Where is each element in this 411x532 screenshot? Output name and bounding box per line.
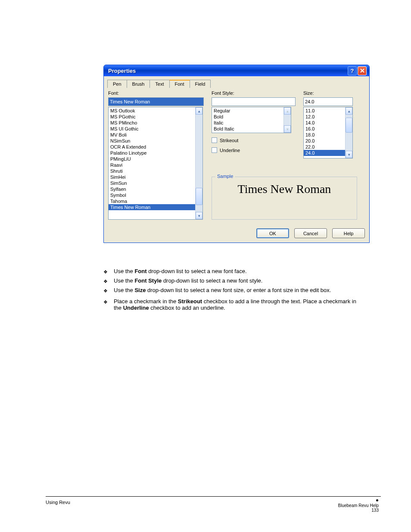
list-item: ❖Use the Size drop-down list to select a… [103, 287, 362, 294]
list-item[interactable]: 12.0 [304, 114, 345, 120]
font-listbox[interactable]: MS Outlook MS PGothic MS PMincho MS UI G… [109, 107, 195, 219]
tab-row: Pen Brush Text Font Field [107, 80, 365, 88]
list-item[interactable]: 18.0 [304, 132, 345, 138]
font-label: Font: [108, 90, 204, 96]
list-item[interactable]: Palatino Linotype [109, 150, 195, 156]
strikeout-checkbox[interactable]: Strikeout [212, 137, 296, 143]
scrollbar[interactable]: ▴ ▾ [345, 107, 352, 158]
chevron-up-icon[interactable]: ▴ [196, 107, 202, 115]
list-item[interactable]: Regular [212, 108, 283, 114]
list-item: ❖Use the Font drop-down list to select a… [103, 268, 362, 275]
bullet-icon: ❖ [103, 279, 108, 284]
tab-font[interactable]: Font [169, 80, 190, 88]
list-item[interactable]: MS UI Gothic [109, 126, 195, 132]
bullet-icon: ❖ [103, 299, 108, 305]
list-item[interactable]: SimSun [109, 180, 195, 186]
footer-left: Using Revu [46, 500, 70, 505]
list-item[interactable]: 24.0 [304, 150, 345, 156]
tab-text[interactable]: Text [149, 80, 169, 88]
size-input[interactable] [303, 97, 353, 106]
list-item: ❖Place a checkmark in the Strikeout chec… [103, 298, 362, 311]
list-item[interactable]: MV Boli [109, 132, 195, 138]
underline-checkbox[interactable]: Underline [212, 147, 296, 153]
list-item[interactable]: SimHei [109, 174, 195, 180]
font-input[interactable] [108, 97, 204, 106]
list-item[interactable]: MS PMincho [109, 120, 195, 126]
footer-right: Bluebeam Revu Help 133 [338, 503, 379, 513]
footer-line2: 133 [338, 508, 379, 513]
scrollbar[interactable]: ▴ ▾ [283, 107, 291, 133]
list-item[interactable]: 16.0 [304, 126, 345, 132]
list-item[interactable]: Shruti [109, 168, 195, 174]
list-item[interactable]: Times New Roman [109, 204, 195, 210]
bullet-icon: ❖ [103, 288, 108, 294]
help-button[interactable]: Help [332, 228, 365, 238]
help-icon[interactable]: ? [348, 66, 357, 75]
list-item[interactable]: Bold Italic [212, 126, 283, 132]
bullet-text: Use the Size drop-down list to select a … [114, 287, 331, 293]
footer-rule [46, 496, 381, 497]
size-label: Size: [303, 90, 354, 96]
list-item[interactable]: Raavi [109, 162, 195, 168]
list-item[interactable]: 14.0 [304, 120, 345, 126]
list-item[interactable]: Italic [212, 120, 283, 126]
footer-line1: Bluebeam Revu Help [338, 503, 379, 508]
bullet-text: Place a checkmark in the Strikeout check… [114, 298, 362, 311]
font-style-label: Font Style: [212, 90, 296, 96]
bullet-text: Use the Font drop-down list to select a … [114, 268, 247, 274]
bullet-icon: ❖ [103, 269, 108, 275]
footer-dot-icon [376, 499, 378, 501]
bullet-text: Use the Font Style drop-down list to sel… [114, 277, 262, 284]
bullet-list: ❖Use the Font drop-down list to select a… [103, 268, 362, 314]
list-item[interactable]: MS PGothic [109, 114, 195, 120]
list-item[interactable]: Sylfaen [109, 186, 195, 192]
list-item[interactable]: PMingLiU [109, 156, 195, 162]
sample-text: Times New Roman [216, 182, 352, 196]
list-item[interactable]: Symbol [109, 192, 195, 198]
underline-label: Underline [220, 148, 240, 153]
ok-button[interactable]: OK [256, 228, 289, 238]
dialog-title: Properties [108, 68, 136, 74]
chevron-down-icon[interactable]: ▾ [346, 151, 352, 158]
list-item[interactable]: NSimSun [109, 138, 195, 144]
chevron-up-icon[interactable]: ▴ [346, 107, 352, 115]
list-item[interactable]: 11.0 [304, 108, 345, 114]
chevron-up-icon[interactable]: ▴ [284, 107, 291, 115]
list-item[interactable]: 20.0 [304, 138, 345, 144]
chevron-down-icon[interactable]: ▾ [284, 125, 291, 133]
close-icon[interactable] [358, 66, 367, 75]
strikeout-label: Strikeout [220, 138, 238, 143]
chevron-down-icon[interactable]: ▾ [196, 212, 202, 219]
tab-brush[interactable]: Brush [127, 80, 150, 88]
list-item[interactable]: MS Outlook [109, 108, 195, 114]
tab-pen[interactable]: Pen [107, 80, 127, 88]
list-item[interactable]: Bold [212, 114, 283, 120]
size-listbox[interactable]: 11.0 12.0 14.0 16.0 18.0 20.0 22.0 24.0 [304, 107, 345, 158]
list-item[interactable]: OCR A Extended [109, 144, 195, 150]
list-item: ❖Use the Font Style drop-down list to se… [103, 277, 362, 284]
scrollbar[interactable]: ▴ ▾ [195, 107, 202, 219]
sample-legend: Sample [215, 174, 235, 179]
titlebar[interactable]: Properties ? [104, 65, 369, 76]
cancel-button[interactable]: Cancel [294, 228, 327, 238]
font-style-listbox[interactable]: Regular Bold Italic Bold Italic [212, 107, 283, 133]
properties-dialog: Properties ? Pen Brush Text Font Field F… [103, 65, 370, 243]
list-item[interactable]: Tahoma [109, 198, 195, 204]
list-item[interactable]: 22.0 [304, 144, 345, 150]
font-style-input[interactable] [212, 97, 296, 106]
tab-field[interactable]: Field [190, 80, 211, 88]
